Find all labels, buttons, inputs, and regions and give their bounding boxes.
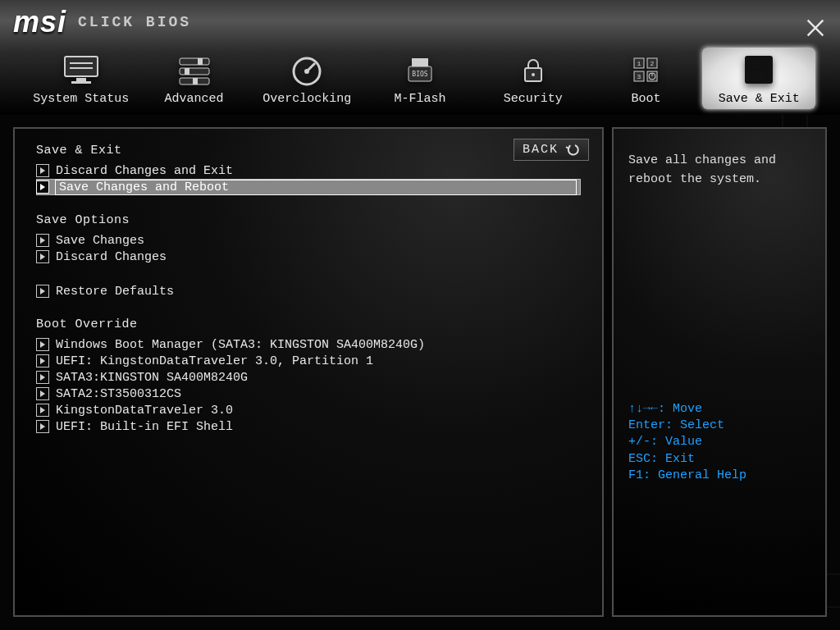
product-title: CLICK BIOS bbox=[78, 14, 191, 30]
usb-chip-icon: BIOS bbox=[398, 52, 442, 87]
menu-label: Restore Defaults bbox=[56, 285, 576, 299]
section-title: Save Options bbox=[36, 213, 581, 227]
nav-label: Advanced bbox=[165, 92, 224, 106]
svg-rect-16 bbox=[185, 68, 189, 75]
msi-logo: msi bbox=[13, 5, 66, 39]
section-save-options: Save Options Save Changes Discard Change… bbox=[36, 213, 581, 265]
main-area: BACK Save & Exit Discard Changes and Exi… bbox=[13, 127, 827, 617]
settings-panel: BACK Save & Exit Discard Changes and Exi… bbox=[13, 127, 604, 617]
menu-discard-changes[interactable]: Discard Changes bbox=[36, 249, 581, 265]
nav-label: Save & Exit bbox=[719, 92, 800, 106]
menu-label: UEFI: KingstonDataTraveler 3.0, Partitio… bbox=[56, 354, 576, 368]
section-boot-override: Boot Override Windows Boot Manager (SATA… bbox=[36, 317, 581, 435]
menu-save-reboot[interactable]: Save Changes and Reboot bbox=[36, 179, 581, 195]
legend-value: +/-: Value bbox=[628, 434, 810, 450]
close-button[interactable] bbox=[804, 16, 827, 39]
boot-order-icon: 1 2 3 bbox=[623, 52, 668, 87]
svg-point-24 bbox=[532, 73, 535, 76]
menu-label: Windows Boot Manager (SATA3: KINGSTON SA… bbox=[56, 338, 576, 352]
submenu-arrow-icon bbox=[36, 338, 49, 351]
menu-label: Save Changes and Reboot bbox=[56, 180, 576, 194]
svg-rect-13 bbox=[180, 68, 209, 75]
svg-marker-44 bbox=[40, 358, 45, 364]
svg-marker-41 bbox=[40, 253, 45, 260]
lock-icon bbox=[511, 52, 555, 87]
svg-rect-17 bbox=[193, 78, 198, 84]
svg-rect-20 bbox=[412, 58, 428, 66]
menu-label: KingstonDataTraveler 3.0 bbox=[56, 404, 576, 418]
submenu-arrow-icon bbox=[36, 354, 49, 368]
nav-mflash[interactable]: BIOS M-Flash bbox=[363, 48, 477, 109]
svg-marker-47 bbox=[40, 407, 45, 413]
legend-help: F1: General Help bbox=[628, 468, 810, 484]
nav-boot[interactable]: 1 2 3 Boot bbox=[590, 48, 703, 109]
menu-label: SATA2:ST3500312CS bbox=[56, 387, 576, 401]
brand-lockup: msi CLICK BIOS bbox=[13, 5, 191, 39]
svg-rect-15 bbox=[198, 58, 203, 65]
submenu-arrow-icon bbox=[36, 180, 49, 194]
svg-rect-11 bbox=[71, 81, 91, 84]
help-panel: Save all changes and reboot the system. … bbox=[612, 127, 827, 617]
sliders-icon bbox=[172, 52, 217, 87]
menu-label: UEFI: Built-in EFI Shell bbox=[56, 420, 576, 434]
gauge-icon bbox=[285, 52, 329, 87]
nav-security[interactable]: Security bbox=[477, 48, 590, 109]
legend-move: ↑↓→←: Move bbox=[628, 401, 810, 418]
svg-rect-12 bbox=[180, 58, 209, 65]
svg-marker-39 bbox=[40, 184, 45, 190]
boot-sata2-seagate[interactable]: SATA2:ST3500312CS bbox=[36, 386, 581, 402]
svg-text:3: 3 bbox=[637, 73, 641, 80]
key-legend: ↑↓→←: Move Enter: Select +/-: Value ESC:… bbox=[628, 401, 810, 484]
submenu-arrow-icon bbox=[36, 285, 49, 298]
nav-label: Boot bbox=[631, 92, 660, 106]
svg-rect-36 bbox=[760, 57, 765, 64]
menu-save-changes[interactable]: Save Changes bbox=[36, 232, 581, 249]
close-icon bbox=[804, 16, 827, 39]
menu-label: Discard Changes bbox=[56, 250, 576, 264]
help-description: Save all changes and reboot the system. bbox=[628, 152, 810, 189]
header-bar: msi CLICK BIOS System Status bbox=[0, 0, 840, 115]
boot-windows-boot-manager[interactable]: Windows Boot Manager (SATA3: KINGSTON SA… bbox=[36, 336, 581, 353]
svg-marker-46 bbox=[40, 390, 45, 397]
svg-text:BIOS: BIOS bbox=[412, 71, 427, 78]
monitor-icon bbox=[59, 52, 103, 87]
top-nav: System Status Advanced bbox=[25, 48, 815, 109]
nav-label: Overclocking bbox=[262, 92, 351, 106]
nav-advanced[interactable]: Advanced bbox=[138, 48, 251, 109]
section-save-exit: Save & Exit Discard Changes and Exit Sav… bbox=[36, 144, 581, 195]
boot-uefi-kingston-usb[interactable]: UEFI: KingstonDataTraveler 3.0, Partitio… bbox=[36, 353, 581, 369]
menu-restore-defaults[interactable]: Restore Defaults bbox=[36, 283, 581, 299]
back-label: BACK bbox=[523, 143, 559, 157]
back-button[interactable]: BACK bbox=[514, 139, 589, 161]
nav-save-exit[interactable]: Save & Exit bbox=[702, 48, 815, 109]
menu-label: Discard Changes and Exit bbox=[56, 164, 576, 178]
svg-marker-48 bbox=[40, 423, 45, 430]
floppy-save-icon bbox=[737, 52, 781, 87]
section-restore: Restore Defaults bbox=[36, 283, 581, 299]
nav-label: M-Flash bbox=[395, 92, 446, 106]
menu-discard-exit[interactable]: Discard Changes and Exit bbox=[36, 162, 581, 179]
back-arrow-icon bbox=[565, 144, 580, 157]
svg-marker-40 bbox=[40, 237, 45, 244]
submenu-arrow-icon bbox=[36, 164, 49, 177]
nav-overclocking[interactable]: Overclocking bbox=[250, 48, 363, 109]
nav-system-status[interactable]: System Status bbox=[25, 48, 138, 109]
boot-kingston-usb[interactable]: KingstonDataTraveler 3.0 bbox=[36, 402, 581, 418]
submenu-arrow-icon bbox=[36, 420, 49, 433]
submenu-arrow-icon bbox=[36, 404, 49, 417]
boot-uefi-shell[interactable]: UEFI: Built-in EFI Shell bbox=[36, 418, 581, 435]
svg-marker-42 bbox=[40, 288, 45, 294]
nav-label: System Status bbox=[33, 92, 129, 106]
boot-sata3-kingston[interactable]: SATA3:KINGSTON SA400M8240G bbox=[36, 369, 581, 386]
legend-exit: ESC: Exit bbox=[628, 451, 810, 468]
submenu-arrow-icon bbox=[36, 250, 49, 263]
submenu-arrow-icon bbox=[36, 371, 49, 384]
section-title: Boot Override bbox=[36, 317, 581, 331]
svg-text:2: 2 bbox=[651, 60, 655, 67]
section-title: Save & Exit bbox=[36, 144, 581, 158]
svg-rect-7 bbox=[65, 57, 98, 76]
svg-rect-37 bbox=[751, 70, 767, 81]
svg-point-19 bbox=[304, 69, 309, 74]
svg-rect-10 bbox=[76, 78, 86, 81]
legend-select: Enter: Select bbox=[628, 418, 810, 434]
